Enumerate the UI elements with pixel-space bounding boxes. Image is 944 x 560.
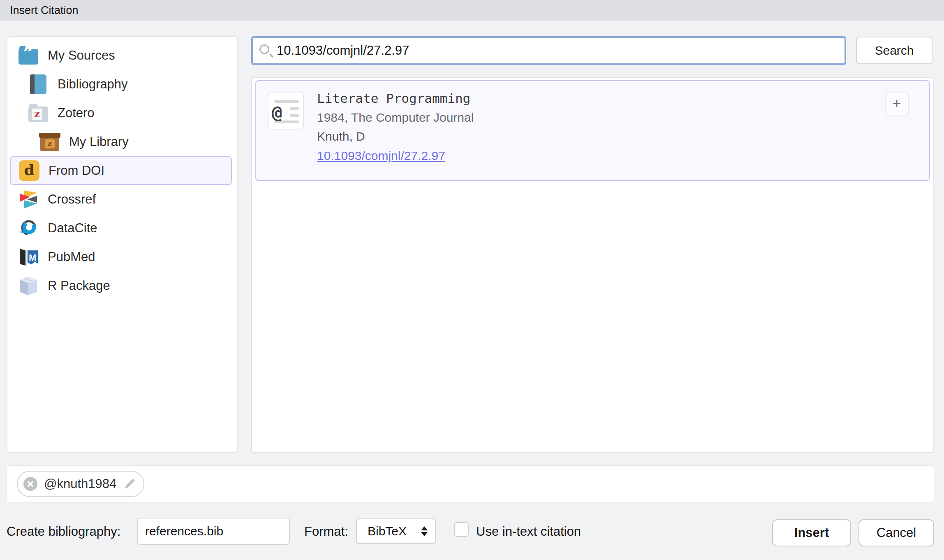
svg-text:M: M bbox=[29, 252, 36, 263]
result-year-journal: 1984, The Computer Journal bbox=[317, 111, 474, 125]
dialog-titlebar: Insert Citation bbox=[0, 0, 944, 21]
bibliography-filename-input[interactable] bbox=[137, 518, 290, 545]
format-select[interactable]: BibTeX bbox=[356, 518, 436, 544]
sidebar-item-from-doi[interactable]: From DOI bbox=[10, 156, 232, 185]
sidebar-item-pubmed[interactable]: M PubMed bbox=[7, 243, 237, 271]
results-panel: Literate Programming 1984, The Computer … bbox=[251, 77, 934, 453]
select-arrows-icon bbox=[421, 526, 428, 536]
bibliography-book-icon bbox=[28, 74, 49, 95]
edit-tag-icon[interactable] bbox=[123, 478, 135, 490]
zotero-folder-icon bbox=[28, 103, 49, 123]
citation-tag-bar: @knuth1984 bbox=[7, 465, 934, 502]
use-intext-citation-label: Use in-text citation bbox=[476, 524, 581, 539]
insert-button[interactable]: Insert bbox=[772, 519, 851, 546]
citation-tag-label: @knuth1984 bbox=[44, 477, 116, 491]
citation-entry-icon bbox=[268, 92, 304, 130]
use-intext-citation-checkbox[interactable] bbox=[454, 522, 469, 537]
cancel-button[interactable]: Cancel bbox=[858, 519, 934, 546]
sidebar-item-my-library[interactable]: My Library bbox=[7, 127, 237, 156]
add-citation-button[interactable]: + bbox=[885, 92, 909, 116]
sidebar-item-bibliography[interactable]: Bibliography bbox=[7, 70, 237, 99]
citation-tag[interactable]: @knuth1984 bbox=[17, 471, 144, 497]
sidebar-item-zotero[interactable]: Zotero bbox=[7, 99, 237, 127]
create-bibliography-label: Create bibliography: bbox=[7, 524, 120, 539]
result-authors: Knuth, D bbox=[317, 130, 474, 143]
sidebar-item-r-package[interactable]: R Package bbox=[7, 271, 237, 300]
result-text-block: Literate Programming 1984, The Computer … bbox=[317, 91, 474, 163]
pubmed-icon: M bbox=[18, 247, 39, 267]
datacite-icon bbox=[18, 218, 39, 238]
sources-folder-icon bbox=[18, 45, 39, 66]
crossref-icon bbox=[18, 189, 39, 210]
r-package-icon bbox=[18, 275, 39, 296]
result-doi-link[interactable]: 10.1093/comjnl/27.2.97 bbox=[317, 149, 474, 163]
doi-icon bbox=[19, 160, 39, 181]
result-card-selected[interactable]: Literate Programming 1984, The Computer … bbox=[255, 80, 930, 181]
remove-tag-icon[interactable] bbox=[23, 477, 37, 491]
search-button[interactable]: Search bbox=[856, 37, 932, 64]
result-title: Literate Programming bbox=[317, 91, 474, 106]
search-input[interactable] bbox=[277, 38, 840, 63]
sidebar-item-crossref[interactable]: Crossref bbox=[7, 185, 237, 214]
sidebar-item-datacite[interactable]: DataCite bbox=[7, 214, 237, 243]
doi-search-box bbox=[251, 36, 846, 65]
page-title: Insert Citation bbox=[10, 4, 79, 17]
insert-citation-dialog: Insert Citation My Sources Bibliography … bbox=[0, 0, 944, 560]
format-selected-value: BibTeX bbox=[368, 524, 407, 538]
format-label: Format: bbox=[304, 524, 348, 539]
search-icon bbox=[259, 44, 269, 54]
sources-sidebar: My Sources Bibliography Zotero My Librar… bbox=[7, 36, 238, 453]
zotero-library-icon bbox=[39, 132, 60, 152]
sidebar-item-my-sources[interactable]: My Sources bbox=[7, 41, 237, 70]
